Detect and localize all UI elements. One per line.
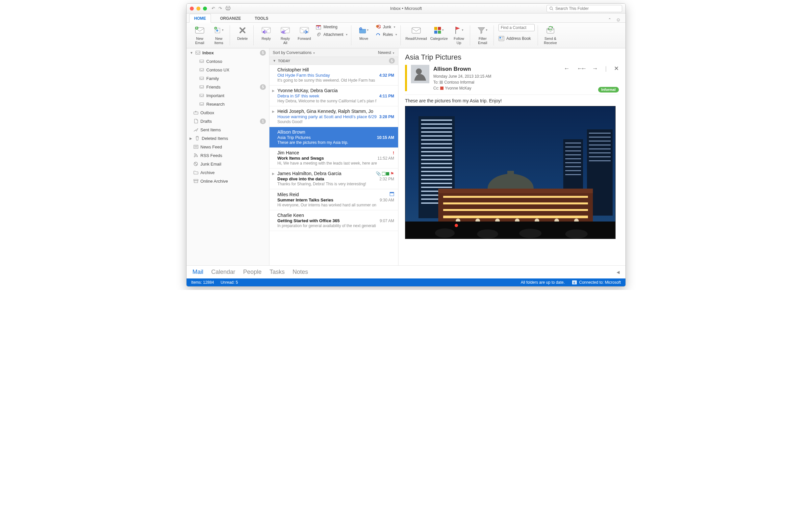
svg-rect-62 (421, 183, 452, 184)
close-window-button[interactable] (190, 6, 194, 11)
sidebar-drafts[interactable]: Drafts1 (187, 117, 269, 126)
nav-people[interactable]: People (243, 268, 261, 276)
send-receive-button[interactable]: Send & Receive (543, 24, 558, 45)
svg-rect-19 (412, 28, 421, 33)
calendar-icon (316, 24, 321, 30)
sidebar-news[interactable]: News Feed (187, 143, 269, 151)
svg-rect-11 (281, 27, 289, 33)
message-item[interactable]: ▶James Halmilton, Debra Garcia📎⚑Deep div… (269, 168, 398, 189)
search-input[interactable] (555, 6, 619, 11)
svg-rect-76 (565, 166, 581, 167)
follow-up-button[interactable]: ▼ Follow Up (451, 24, 467, 45)
svg-rect-30 (194, 145, 198, 148)
expand-thread-icon[interactable]: ▶ (272, 110, 275, 113)
sidebar-item-family[interactable]: Family (187, 74, 269, 83)
nav-mail[interactable]: Mail (192, 268, 203, 276)
forward-button[interactable]: Forward (297, 24, 312, 41)
message-item[interactable]: Jim Hance!Work Items and Swags11:52 AMHi… (269, 148, 398, 168)
next-message-icon[interactable]: → (592, 65, 598, 72)
categorize-button[interactable]: ▼ Categorize (430, 24, 448, 41)
svg-rect-38 (382, 172, 385, 176)
zoom-window-button[interactable] (203, 6, 207, 11)
address-book-label: Address Book (506, 36, 531, 41)
delete-button[interactable]: Delete (235, 24, 250, 41)
redo-icon[interactable]: ↷ (218, 6, 222, 11)
svg-rect-54 (421, 151, 452, 152)
inbox-icon (195, 50, 200, 55)
move-label: Move (359, 36, 368, 41)
message-item[interactable]: ▶Heidi Joseph, Gina Kennedy, Ralph Stamm… (269, 106, 398, 127)
help-smiley-icon[interactable]: ☺ (616, 17, 621, 22)
reply-button[interactable]: Reply (258, 24, 274, 41)
message-item[interactable]: ▶Yvonne McKay, Debra GarciaDebra in SF t… (269, 86, 398, 106)
search-folder-box[interactable] (546, 5, 622, 12)
expand-thread-icon[interactable]: ▶ (272, 89, 275, 93)
message-item[interactable]: Allison BrownAsia Trip Pictures10:15 AMT… (269, 127, 398, 148)
sidebar-item-contoso-ux[interactable]: Contoso UX (187, 65, 269, 74)
read-unread-button[interactable]: Read/Unread (405, 24, 427, 41)
reply-all-button[interactable]: Reply All (277, 24, 293, 45)
nav-notes[interactable]: Notes (292, 268, 308, 276)
folder-sidebar: ▼ Inbox 5 Contoso Contoso UX Family Frie… (187, 48, 269, 265)
message-preview: It's going to be sunny this weekend. Old… (277, 78, 394, 83)
filter-email-button[interactable]: ▼ Filter Email (475, 24, 491, 45)
to-label: To: (433, 80, 439, 85)
svg-rect-71 (565, 146, 581, 147)
newest-button[interactable]: Newest ▼ (378, 50, 395, 55)
tab-tools[interactable]: TOOLS (250, 14, 273, 22)
new-items-button[interactable]: ▼ New Items (211, 24, 227, 45)
sidebar-item-friends[interactable]: Friends5 (187, 83, 269, 91)
nav-collapse-icon[interactable]: ◀ (616, 270, 620, 275)
message-item[interactable]: Christopher HillOld Hyde Farm this Sunda… (269, 65, 398, 86)
trash-icon (194, 136, 200, 141)
sidebar-item-important[interactable]: Important (187, 91, 269, 100)
sidebar-item-research[interactable]: Research (187, 100, 269, 108)
collapse-ribbon-icon[interactable]: ⌃ (608, 17, 611, 22)
minimize-window-button[interactable] (197, 6, 200, 11)
svg-rect-36 (194, 179, 198, 181)
svg-rect-83 (589, 148, 611, 149)
svg-line-4 (552, 9, 553, 10)
message-item[interactable]: Charlie KeenGetting Started with Office … (269, 210, 398, 231)
svg-rect-51 (421, 139, 452, 141)
sidebar-item-contoso[interactable]: Contoso (187, 57, 269, 65)
attachment-button[interactable]: Attachment ▼ (316, 32, 348, 37)
message-from: James Halmilton, Debra Garcia (277, 171, 341, 176)
junk-button[interactable]: Junk▼ (375, 24, 398, 30)
expand-thread-icon[interactable]: ▶ (272, 172, 275, 176)
message-item[interactable]: Miles ReidSummer Intern Talks Series9:30… (269, 189, 398, 210)
rules-button[interactable]: Rules▼ (375, 32, 398, 37)
print-icon[interactable] (225, 6, 231, 11)
close-reading-icon[interactable]: ✕ (614, 65, 619, 72)
meeting-label: Meeting (323, 25, 338, 29)
sidebar-sent[interactable]: Sent Items (187, 126, 269, 134)
find-contact-input[interactable] (498, 24, 535, 31)
message-list: Sort by Conversations ▼ Newest ▼ ▼ TODAY… (269, 48, 399, 265)
sidebar-archive[interactable]: Archive (187, 168, 269, 177)
message-from: Allison Brown (277, 129, 305, 135)
sidebar-rss[interactable]: RSS Feeds (187, 151, 269, 160)
status-bar: Items: 12884 Unread: 5 All folders are u… (187, 278, 625, 286)
reading-pane: Asia Trip Pictures Allison Brown Monday … (399, 48, 625, 265)
move-button[interactable]: ▼ Move (356, 24, 372, 41)
sidebar-inbox[interactable]: ▼ Inbox 5 (187, 48, 269, 57)
ribbon-tabs: HOME ORGANIZE TOOLS ⌃ ☺ (187, 14, 625, 23)
sort-by-button[interactable]: Sort by Conversations ▼ (273, 50, 315, 55)
address-book-button[interactable]: Address Book (498, 36, 535, 41)
sidebar-outbox[interactable]: Outbox (187, 108, 269, 117)
sidebar-online-archive[interactable]: Online Archive (187, 177, 269, 185)
prev-message-icon[interactable]: ← (563, 65, 570, 72)
sidebar-junk[interactable]: Junk Email (187, 160, 269, 168)
tab-home[interactable]: HOME (189, 14, 211, 23)
sender-avatar (411, 65, 429, 83)
group-today[interactable]: ▼ TODAY 5 (269, 57, 398, 65)
nav-tasks[interactable]: Tasks (269, 268, 285, 276)
meeting-button[interactable]: Meeting (316, 24, 348, 30)
tab-organize[interactable]: ORGANIZE (216, 14, 246, 22)
new-email-button[interactable]: New Email (192, 24, 208, 45)
reply-all-arrow-icon[interactable]: ←← (577, 65, 585, 72)
nav-calendar[interactable]: Calendar (211, 268, 235, 276)
chevron-down-icon: ▼ (273, 59, 276, 63)
undo-icon[interactable]: ↶ (212, 6, 215, 11)
sidebar-deleted[interactable]: ▶Deleted Items (187, 134, 269, 143)
